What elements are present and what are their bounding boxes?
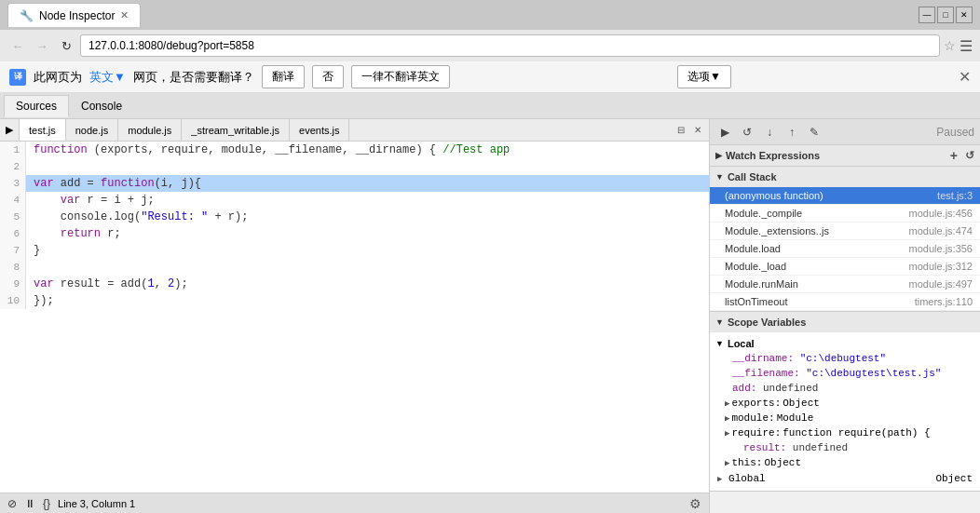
file-tab-nodejs[interactable]: node.js bbox=[66, 119, 118, 142]
scope-item-result: result: undefined bbox=[710, 440, 980, 455]
line-num-3: 3 bbox=[0, 175, 26, 192]
translate-options-btn[interactable]: 选项▼ bbox=[677, 65, 731, 88]
call-name-1: Module._compile bbox=[725, 208, 802, 219]
paused-status: Paused bbox=[936, 126, 974, 139]
tab-sources[interactable]: Sources bbox=[4, 95, 69, 117]
resume-btn[interactable]: ▶ bbox=[715, 123, 734, 142]
step-over-btn[interactable]: ↺ bbox=[738, 123, 756, 142]
reload-btn[interactable]: ↻ bbox=[56, 35, 76, 56]
watch-arrow-icon: ▶ bbox=[715, 151, 722, 160]
call-stack-item-0[interactable]: (anonymous function) test.js:3 bbox=[710, 187, 980, 205]
call-stack-item-6[interactable]: listOnTimeout timers.js:110 bbox=[710, 293, 980, 311]
deactivate-breakpoints-btn[interactable]: ✎ bbox=[805, 123, 823, 142]
scope-item-exports[interactable]: ▶ exports: Object bbox=[710, 396, 980, 411]
file-tab-modulejs[interactable]: module.js bbox=[118, 119, 182, 142]
step-out-btn[interactable]: ↑ bbox=[783, 123, 801, 142]
never-translate-btn[interactable]: 一律不翻译英文 bbox=[351, 65, 450, 88]
translation-bar: 译 此网页为 英文▼ 网页，是否需要翻译？ 翻译 否 一律不翻译英文 选项▼ ✕ bbox=[0, 61, 980, 93]
watch-expressions-header[interactable]: ▶ Watch Expressions + ↺ bbox=[710, 145, 980, 166]
file-tab-toggle[interactable]: ▶ bbox=[0, 119, 20, 142]
file-tab-eventsjs[interactable]: events.js bbox=[290, 119, 349, 142]
sources-panel: ▶ test.js node.js module.js _stream_writ… bbox=[0, 119, 710, 513]
line-content-10: }); bbox=[26, 292, 54, 309]
call-loc-5: module.js:497 bbox=[909, 278, 973, 290]
title-bar: 🔧 Node Inspector ✕ — □ ✕ bbox=[0, 0, 980, 30]
bookmark-btn[interactable]: ☆ bbox=[944, 38, 956, 53]
browser-tab[interactable]: 🔧 Node Inspector ✕ bbox=[7, 3, 141, 27]
translate-btn[interactable]: 翻译 bbox=[262, 65, 305, 88]
code-toolbar: ⊟ ✕ bbox=[674, 123, 709, 138]
close-window-btn[interactable]: ✕ bbox=[956, 7, 973, 23]
file-tab-modulejs-label: module.js bbox=[128, 125, 171, 136]
scope-item-this[interactable]: ▶ this: Object bbox=[710, 455, 980, 470]
source-toolbar-split-btn[interactable]: ⊟ bbox=[674, 123, 688, 138]
line-num-9: 9 bbox=[0, 276, 26, 292]
line-num-5: 5 bbox=[0, 209, 26, 225]
call-stack-list: (anonymous function) test.js:3 Module._c… bbox=[710, 187, 980, 311]
call-loc-0: test.js:3 bbox=[937, 190, 973, 201]
call-name-5: Module.runMain bbox=[725, 278, 798, 290]
call-loc-2: module.js:474 bbox=[909, 225, 973, 236]
pause-on-exception-btn[interactable]: ⏸ bbox=[24, 497, 35, 510]
line-content-9: var result = add(1, 2); bbox=[26, 276, 188, 292]
code-line-3: 3 var add = function(i, j){ bbox=[0, 175, 709, 192]
close-translation-bar-btn[interactable]: ✕ bbox=[959, 68, 971, 86]
address-bar: ← → ↻ ☆ ☰ bbox=[0, 30, 980, 61]
code-line-5: 5 console.log("Result: " + r); bbox=[0, 209, 709, 225]
scope-variables-header[interactable]: ▼ Scope Variables bbox=[710, 312, 980, 332]
call-stack-item-3[interactable]: Module.load module.js:356 bbox=[710, 240, 980, 258]
call-stack-item-2[interactable]: Module._extensions..js module.js:474 bbox=[710, 223, 980, 240]
scope-exports-arrow: ▶ bbox=[725, 398, 729, 409]
scope-variables-label: Scope Variables bbox=[728, 317, 806, 328]
settings-btn[interactable]: ⚙ bbox=[689, 496, 701, 511]
watch-expressions-label: Watch Expressions bbox=[726, 150, 820, 161]
code-editor[interactable]: 1 function (exports, require, module, __… bbox=[0, 142, 709, 493]
code-line-10: 10 }); bbox=[0, 292, 709, 309]
file-tab-stream-writable[interactable]: _stream_writable.js bbox=[182, 119, 290, 142]
translate-lang[interactable]: 英文▼ bbox=[89, 69, 126, 86]
chrome-menu-btn[interactable]: ☰ bbox=[960, 37, 973, 55]
source-toolbar-close-btn[interactable]: ✕ bbox=[690, 123, 705, 138]
call-stack-section: ▼ Call Stack (anonymous function) test.j… bbox=[710, 167, 980, 312]
file-tab-nodejs-label: node.js bbox=[75, 125, 108, 136]
call-name-0: (anonymous function) bbox=[725, 190, 823, 201]
call-stack-item-4[interactable]: Module._load module.js:312 bbox=[710, 258, 980, 276]
watch-add-btn[interactable]: + bbox=[950, 148, 958, 163]
scope-item-require[interactable]: ▶ require: function require(path) { bbox=[710, 425, 980, 440]
code-line-2: 2 bbox=[0, 158, 709, 175]
scope-global-row[interactable]: ▶ Global Object bbox=[710, 470, 980, 487]
line-num-7: 7 bbox=[0, 242, 26, 259]
watch-expressions-section: ▶ Watch Expressions + ↺ bbox=[710, 145, 980, 167]
line-num-10: 10 bbox=[0, 292, 26, 309]
file-tab-stream-writable-label: _stream_writable.js bbox=[191, 125, 279, 136]
url-input[interactable] bbox=[80, 34, 940, 57]
maximize-btn[interactable]: □ bbox=[937, 7, 954, 23]
forward-btn[interactable]: → bbox=[32, 35, 52, 56]
local-scope-header[interactable]: ▼ Local bbox=[710, 336, 980, 351]
scope-item-module[interactable]: ▶ module: Module bbox=[710, 411, 980, 425]
code-line-4: 4 var r = i + j; bbox=[0, 192, 709, 209]
scope-global-val: Object bbox=[935, 473, 973, 484]
line-content-6: return r; bbox=[26, 225, 121, 242]
call-stack-header[interactable]: ▼ Call Stack bbox=[710, 167, 980, 187]
file-tab-testjs[interactable]: test.js bbox=[20, 119, 66, 142]
tab-console[interactable]: Console bbox=[69, 95, 134, 117]
call-stack-arrow-icon: ▼ bbox=[715, 172, 724, 182]
line-content-3: var add = function(i, j){ bbox=[26, 175, 201, 192]
step-into-btn[interactable]: ↓ bbox=[760, 123, 779, 142]
call-stack-item-1[interactable]: Module._compile module.js:456 bbox=[710, 205, 980, 223]
pretty-print-btn[interactable]: {} bbox=[43, 497, 50, 510]
line-num-6: 6 bbox=[0, 225, 26, 242]
call-loc-1: module.js:456 bbox=[909, 208, 973, 219]
call-stack-item-5[interactable]: Module.runMain module.js:497 bbox=[710, 276, 980, 293]
minimize-btn[interactable]: — bbox=[919, 7, 935, 23]
line-content-7: } bbox=[26, 242, 40, 259]
no-translate-btn[interactable]: 否 bbox=[312, 65, 344, 88]
file-tabs-bar: ▶ test.js node.js module.js _stream_writ… bbox=[0, 119, 709, 142]
call-name-4: Module._load bbox=[725, 261, 786, 272]
back-btn[interactable]: ← bbox=[7, 35, 28, 56]
watch-refresh-btn[interactable]: ↺ bbox=[965, 149, 974, 162]
translate-prefix: 此网页为 bbox=[34, 69, 82, 86]
breakpoints-toggle-btn[interactable]: ⊘ bbox=[7, 497, 17, 510]
tab-close-btn[interactable]: ✕ bbox=[120, 9, 129, 21]
